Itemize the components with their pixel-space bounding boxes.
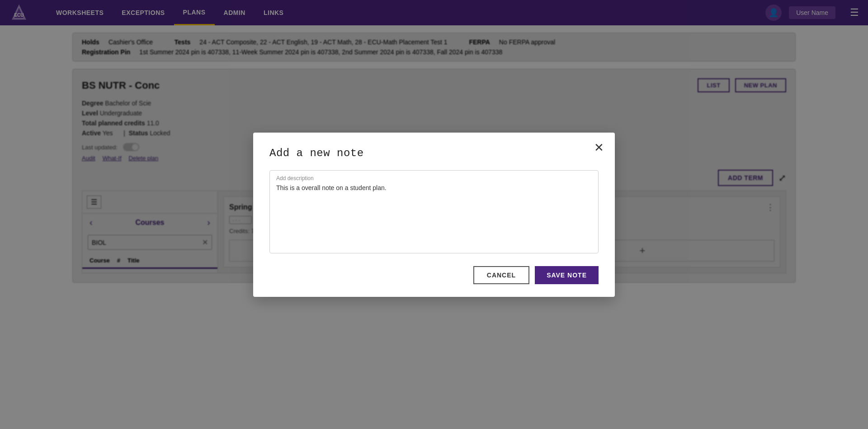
modal-actions: CANCEL SAVE NOTE — [269, 266, 599, 284]
modal-title: Add a new note — [269, 147, 599, 159]
modal-close-button[interactable]: ✕ — [594, 142, 604, 153]
save-note-button[interactable]: SAVE NOTE — [535, 266, 599, 284]
cancel-button[interactable]: CANCEL — [473, 266, 529, 284]
add-note-modal: Add a new note ✕ Add description This is… — [253, 133, 615, 297]
modal-overlay: Add a new note ✕ Add description This is… — [0, 0, 868, 429]
modal-textarea-container: Add description This is a overall note o… — [269, 170, 599, 253]
modal-textarea[interactable]: This is a overall note on a student plan… — [276, 183, 592, 247]
modal-textarea-label: Add description — [276, 175, 592, 181]
